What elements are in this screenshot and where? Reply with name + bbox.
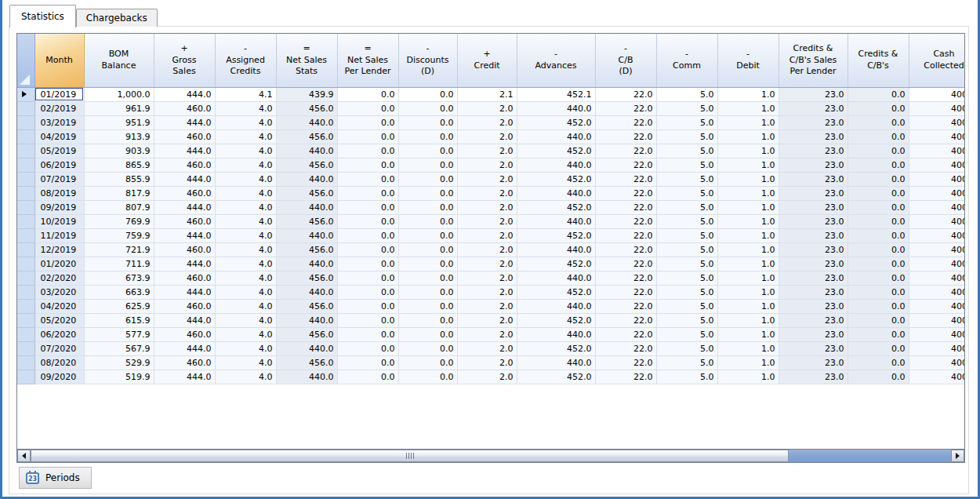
cell[interactable]: 817.9	[84, 186, 154, 200]
row-indicator[interactable]	[17, 370, 34, 384]
cell[interactable]: 22.0	[595, 242, 656, 257]
cell[interactable]: 440.0	[276, 144, 337, 158]
cell[interactable]: 2.0	[457, 313, 517, 327]
cell[interactable]: 400.0	[909, 313, 964, 327]
cell[interactable]: 0.0	[398, 285, 457, 299]
cell[interactable]: 400.0	[909, 327, 964, 341]
row-indicator[interactable]	[17, 87, 34, 101]
cell[interactable]: 444.0	[154, 87, 215, 101]
cell[interactable]: 4.0	[215, 186, 276, 200]
cell[interactable]: 1,000.0	[84, 87, 154, 101]
cell[interactable]: 0.0	[398, 327, 457, 341]
cell[interactable]: 4.0	[215, 172, 276, 186]
cell[interactable]: 5.0	[656, 144, 717, 158]
cell[interactable]: 1.0	[717, 129, 779, 144]
cell[interactable]: 5.0	[656, 313, 717, 327]
cell[interactable]: 0.0	[398, 87, 457, 101]
cell[interactable]: 4.0	[215, 144, 276, 158]
row-indicator[interactable]	[17, 313, 34, 327]
row-indicator[interactable]	[17, 172, 34, 186]
row-indicator[interactable]	[17, 355, 34, 370]
cell[interactable]: 4.0	[215, 313, 276, 327]
cell[interactable]: 0.0	[398, 242, 457, 257]
cell[interactable]: 5.0	[656, 200, 717, 214]
cell[interactable]: 460.0	[154, 242, 215, 257]
cell[interactable]: 23.0	[779, 101, 848, 115]
cell[interactable]: 460.0	[154, 129, 215, 144]
cell[interactable]: 4.0	[215, 327, 276, 341]
cell[interactable]: 4.0	[215, 242, 276, 257]
cell[interactable]: 2.0	[457, 299, 517, 313]
cell[interactable]: 440.0	[276, 228, 337, 242]
cell[interactable]: 400.0	[909, 257, 964, 271]
column-header-net-sales-stats[interactable]: = Net Sales Stats	[276, 34, 337, 87]
cell[interactable]: 452.0	[517, 200, 595, 214]
cell[interactable]: 4.0	[215, 228, 276, 242]
cell[interactable]: 4.0	[215, 129, 276, 144]
cell[interactable]: 2.0	[457, 341, 517, 355]
row-indicator[interactable]	[17, 257, 34, 271]
cell[interactable]: 0.0	[337, 172, 398, 186]
cell[interactable]: 452.0	[517, 172, 595, 186]
cell[interactable]: 400.0	[909, 87, 964, 101]
cell[interactable]: 0.0	[848, 158, 909, 172]
cell[interactable]: 23.0	[779, 370, 848, 384]
cell[interactable]: 22.0	[595, 186, 656, 200]
cell[interactable]: 444.0	[154, 341, 215, 355]
cell[interactable]: 444.0	[154, 370, 215, 384]
cell[interactable]: 0.0	[398, 214, 457, 228]
column-header-gross-sales[interactable]: + Gross Sales	[154, 34, 215, 87]
cell[interactable]: 4.1	[215, 87, 276, 101]
cell[interactable]: 5.0	[656, 327, 717, 341]
cell[interactable]: 460.0	[154, 186, 215, 200]
cell[interactable]: 903.9	[84, 144, 154, 158]
cell[interactable]: 452.0	[517, 144, 595, 158]
row-indicator[interactable]	[17, 299, 34, 313]
cell[interactable]: 0.0	[398, 313, 457, 327]
cell[interactable]: 0.0	[848, 87, 909, 101]
cell[interactable]: 400.0	[909, 299, 964, 313]
row-indicator[interactable]	[17, 271, 34, 285]
cell[interactable]: 0.0	[848, 144, 909, 158]
cell[interactable]: 2.0	[457, 144, 517, 158]
row-indicator[interactable]	[17, 242, 34, 257]
cell[interactable]: 4.0	[215, 115, 276, 129]
cell[interactable]: 400.0	[909, 214, 964, 228]
column-header-net-sales-per-lender[interactable]: = Net Sales Per Lender	[337, 34, 398, 87]
cell[interactable]: 5.0	[656, 186, 717, 200]
horizontal-scrollbar[interactable]	[17, 449, 964, 462]
row-indicator[interactable]	[17, 341, 34, 355]
cell-month[interactable]: 07/2020	[34, 341, 84, 355]
cell[interactable]: 0.0	[398, 115, 457, 129]
cell[interactable]: 440.0	[276, 200, 337, 214]
cell[interactable]: 0.0	[848, 129, 909, 144]
cell[interactable]: 22.0	[595, 129, 656, 144]
cell[interactable]: 452.0	[517, 285, 595, 299]
row-indicator[interactable]	[17, 158, 34, 172]
tab-chargebacks[interactable]: Chargebacks	[76, 9, 158, 27]
cell[interactable]: 23.0	[779, 299, 848, 313]
column-header-assigned-credits[interactable]: - Assigned Credits	[215, 34, 276, 87]
cell[interactable]: 2.0	[457, 115, 517, 129]
column-header-credits-c-b-s[interactable]: Credits & C/B's	[848, 34, 909, 87]
cell[interactable]: 2.0	[457, 327, 517, 341]
cell[interactable]: 567.9	[84, 341, 154, 355]
cell[interactable]: 440.0	[517, 242, 595, 257]
cell[interactable]: 0.0	[398, 158, 457, 172]
cell[interactable]: 439.9	[276, 87, 337, 101]
cell[interactable]: 529.9	[84, 355, 154, 370]
cell[interactable]: 22.0	[595, 257, 656, 271]
cell[interactable]: 440.0	[517, 129, 595, 144]
cell[interactable]: 23.0	[779, 158, 848, 172]
cell[interactable]: 23.0	[779, 313, 848, 327]
scroll-right-button[interactable]	[951, 450, 964, 462]
cell-month[interactable]: 08/2019	[34, 186, 84, 200]
cell[interactable]: 0.0	[848, 200, 909, 214]
cell[interactable]: 1.0	[717, 242, 779, 257]
cell[interactable]: 865.9	[84, 158, 154, 172]
column-header-credit[interactable]: + Credit	[457, 34, 517, 87]
cell[interactable]: 23.0	[779, 242, 848, 257]
cell[interactable]: 2.0	[457, 200, 517, 214]
row-indicator[interactable]	[17, 285, 34, 299]
cell[interactable]: 460.0	[154, 101, 215, 115]
